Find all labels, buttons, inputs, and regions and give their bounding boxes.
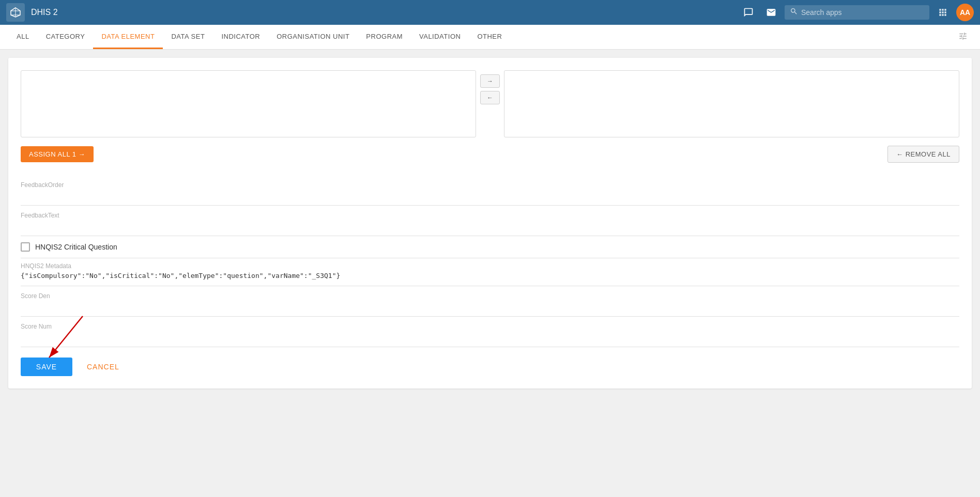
top-navigation: DHIS 2 AA bbox=[0, 0, 980, 25]
assign-all-button[interactable]: ASSIGN ALL 1 → bbox=[21, 146, 94, 162]
score-den-label: Score Den bbox=[21, 292, 959, 300]
subnav-other[interactable]: OTHER bbox=[469, 25, 510, 49]
search-icon bbox=[790, 7, 798, 18]
app-logo[interactable] bbox=[6, 3, 25, 22]
subnav-program[interactable]: PROGRAM bbox=[358, 25, 411, 49]
metadata-label: HNQIS2 Metadata bbox=[21, 262, 959, 270]
subnav-validation[interactable]: VALIDATION bbox=[411, 25, 469, 49]
form-actions: SAVE CANCEL bbox=[21, 347, 959, 376]
feedback-order-field: FeedbackOrder bbox=[21, 175, 959, 206]
app-title: DHIS 2 bbox=[31, 8, 733, 17]
score-num-label: Score Num bbox=[21, 323, 959, 330]
nav-icons: AA bbox=[739, 3, 974, 22]
subnav-all[interactable]: ALL bbox=[8, 25, 38, 49]
score-den-field: Score Den bbox=[21, 286, 959, 317]
feedback-order-input[interactable] bbox=[21, 191, 959, 201]
critical-question-checkbox[interactable] bbox=[21, 242, 30, 252]
feedback-text-label: FeedbackText bbox=[21, 212, 959, 219]
search-input[interactable] bbox=[801, 8, 924, 17]
metadata-value: {"isCompulsory":"No","isCritical":"No","… bbox=[21, 272, 959, 279]
metadata-section: HNQIS2 Metadata {"isCompulsory":"No","is… bbox=[21, 258, 959, 286]
avatar[interactable]: AA bbox=[956, 4, 974, 21]
cancel-button[interactable]: CANCEL bbox=[81, 358, 126, 376]
subnav-org-unit[interactable]: ORGANISATION UNIT bbox=[268, 25, 358, 49]
grid-icon[interactable] bbox=[933, 3, 952, 22]
subnav-indicator[interactable]: INDICATOR bbox=[213, 25, 268, 49]
transfer-right-btn[interactable]: → bbox=[480, 74, 500, 88]
transfer-widget: → ← bbox=[21, 70, 959, 137]
remove-all-button[interactable]: ← REMOVE ALL bbox=[887, 146, 959, 163]
transfer-left-btn[interactable]: ← bbox=[480, 91, 500, 104]
form-actions-wrapper: SAVE CANCEL bbox=[21, 347, 959, 376]
transfer-source-list[interactable] bbox=[21, 70, 476, 137]
subnav-settings-icon[interactable] bbox=[954, 25, 972, 50]
critical-question-label: HNQIS2 Critical Question bbox=[35, 243, 117, 251]
feedback-text-field: FeedbackText bbox=[21, 206, 959, 236]
score-den-input[interactable] bbox=[21, 302, 959, 312]
transfer-actions-row: ASSIGN ALL 1 → ← REMOVE ALL bbox=[21, 146, 959, 163]
subnav-data-set[interactable]: DATA SET bbox=[163, 25, 213, 49]
search-bar[interactable] bbox=[785, 5, 929, 20]
sub-navigation: ALL CATEGORY DATA ELEMENT DATA SET INDIC… bbox=[0, 25, 980, 50]
save-button[interactable]: SAVE bbox=[21, 358, 72, 376]
subnav-data-element[interactable]: DATA ELEMENT bbox=[93, 25, 163, 49]
score-num-field: Score Num bbox=[21, 317, 959, 347]
transfer-controls: → ← bbox=[480, 70, 500, 104]
form-card: → ← ASSIGN ALL 1 → ← REMOVE ALL Feedback… bbox=[8, 58, 972, 389]
subnav-category[interactable]: CATEGORY bbox=[38, 25, 94, 49]
feedback-text-input[interactable] bbox=[21, 221, 959, 231]
score-num-input[interactable] bbox=[21, 332, 959, 343]
transfer-dest-list[interactable] bbox=[504, 70, 959, 137]
messages-icon[interactable] bbox=[739, 3, 758, 22]
feedback-order-label: FeedbackOrder bbox=[21, 181, 959, 189]
main-content: → ← ASSIGN ALL 1 → ← REMOVE ALL Feedback… bbox=[0, 50, 980, 497]
critical-question-row: HNQIS2 Critical Question bbox=[21, 236, 959, 258]
email-icon[interactable] bbox=[762, 3, 780, 22]
